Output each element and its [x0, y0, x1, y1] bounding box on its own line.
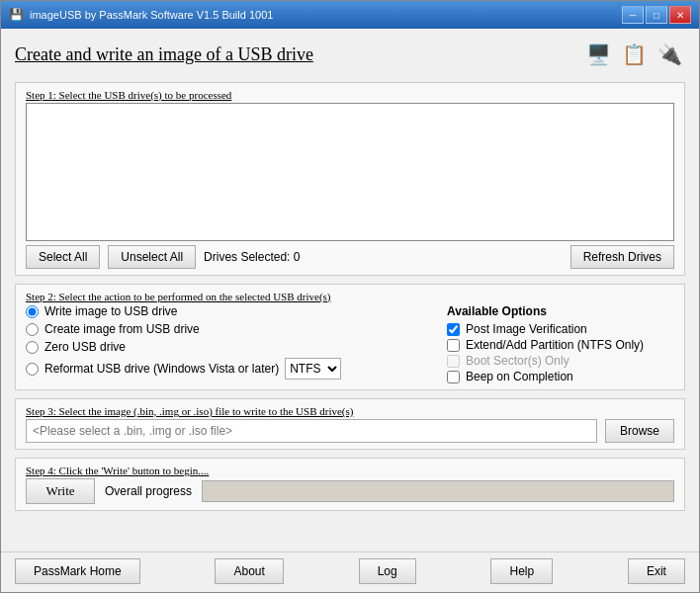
radio-write: Write image to USB drive [26, 304, 431, 318]
refresh-drives-button[interactable]: Refresh Drives [570, 245, 674, 269]
usb-icon: 🔌 [654, 39, 685, 70]
step3-label: Step 3: Select the image (.bin, .img or … [26, 405, 674, 417]
copy-icon: 📋 [618, 39, 650, 70]
footer: PassMark Home About Log Help Exit [1, 551, 699, 592]
app-icon: 💾 [9, 8, 24, 22]
step2-left: Write image to USB drive Create image fr… [26, 304, 431, 380]
exit-button[interactable]: Exit [628, 558, 685, 584]
step2-label: Step 2: Select the action to be performe… [26, 291, 674, 302]
radio-create-input[interactable] [26, 323, 39, 336]
radio-reformat-label: Reformat USB drive (Windows Vista or lat… [44, 362, 279, 376]
step2-right: Available Options Post Image Verificatio… [447, 304, 674, 383]
step3-row: Browse [26, 419, 674, 443]
title-bar-left: 💾 imageUSB by PassMark Software V1.5 Bui… [9, 8, 273, 22]
title-buttons: ─ □ ✕ [622, 6, 691, 24]
main-content: Create and write an image of a USB drive… [1, 29, 699, 551]
file-input[interactable] [26, 419, 597, 443]
radio-reformat-input[interactable] [26, 363, 39, 376]
checkbox-boot-label: Boot Sector(s) Only [466, 354, 569, 368]
checkbox-extend: Extend/Add Partition (NTFS Only) [447, 338, 674, 352]
help-button[interactable]: Help [490, 558, 553, 584]
drive-list [26, 103, 674, 241]
step3-section: Step 3: Select the image (.bin, .img or … [15, 398, 685, 450]
checkbox-beep-label: Beep on Completion [466, 370, 573, 383]
main-window: 💾 imageUSB by PassMark Software V1.5 Bui… [0, 0, 700, 593]
title-bar: 💾 imageUSB by PassMark Software V1.5 Bui… [1, 1, 699, 29]
checkbox-post-image-label: Post Image Verification [466, 322, 587, 336]
checkbox-beep-input[interactable] [447, 371, 460, 383]
checkbox-boot-input [447, 355, 460, 368]
step4-label: Step 4: Click the 'Write' button to begi… [26, 465, 674, 476]
step2-section: Step 2: Select the action to be performe… [15, 284, 685, 390]
step1-section: Step 1: Select the USB drive(s) to be pr… [15, 82, 685, 276]
drives-selected-text: Drives Selected: 0 [204, 250, 300, 264]
monitor-icon: 🖥️ [582, 39, 614, 70]
checkbox-post-image-input[interactable] [447, 323, 460, 336]
app-title: Create and write an image of a USB drive [15, 44, 313, 65]
window-title: imageUSB by PassMark Software V1.5 Build… [30, 9, 273, 21]
available-options-title: Available Options [447, 304, 674, 318]
checkbox-boot: Boot Sector(s) Only [447, 354, 674, 368]
progress-bar-container [202, 480, 674, 502]
checkbox-extend-input[interactable] [447, 339, 460, 352]
header-icons: 🖥️ 📋 🔌 [582, 39, 685, 70]
checkbox-extend-label: Extend/Add Partition (NTFS Only) [466, 338, 644, 352]
checkbox-beep: Beep on Completion [447, 370, 674, 383]
progress-label: Overall progress [105, 484, 192, 498]
radio-zero-label: Zero USB drive [44, 340, 126, 354]
radio-write-label: Write image to USB drive [44, 304, 178, 318]
write-button[interactable]: Write [26, 478, 95, 504]
app-header: Create and write an image of a USB drive… [15, 39, 685, 70]
radio-write-input[interactable] [26, 305, 39, 318]
checkbox-post-image: Post Image Verification [447, 322, 674, 336]
minimize-button[interactable]: ─ [622, 6, 644, 24]
radio-create: Create image from USB drive [26, 322, 431, 336]
drive-buttons-row: Select All Unselect All Drives Selected:… [26, 245, 674, 269]
step4-row: Write Overall progress [26, 478, 674, 504]
step4-section: Step 4: Click the 'Write' button to begi… [15, 458, 685, 511]
about-button[interactable]: About [215, 558, 283, 584]
radio-zero: Zero USB drive [26, 340, 431, 354]
filesystem-dropdown[interactable]: NTFS FAT32 exFAT [285, 358, 341, 380]
unselect-all-button[interactable]: Unselect All [108, 245, 196, 269]
close-button[interactable]: ✕ [669, 6, 691, 24]
select-all-button[interactable]: Select All [26, 245, 100, 269]
maximize-button[interactable]: □ [646, 6, 667, 24]
step2-row: Write image to USB drive Create image fr… [26, 304, 674, 383]
step1-label: Step 1: Select the USB drive(s) to be pr… [26, 89, 674, 101]
radio-zero-input[interactable] [26, 341, 39, 354]
browse-button[interactable]: Browse [605, 419, 674, 443]
radio-create-label: Create image from USB drive [44, 322, 200, 336]
log-button[interactable]: Log [359, 558, 416, 584]
radio-reformat-row: Reformat USB drive (Windows Vista or lat… [26, 358, 431, 380]
passmark-home-button[interactable]: PassMark Home [15, 558, 140, 584]
